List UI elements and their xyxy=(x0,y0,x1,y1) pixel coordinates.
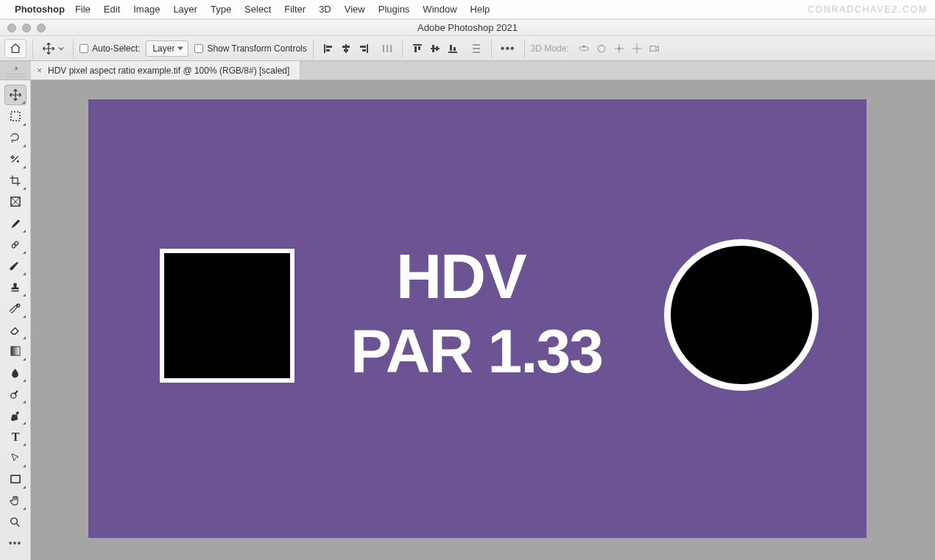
eyedropper-tool[interactable] xyxy=(4,213,27,233)
distribute-h-button[interactable] xyxy=(379,40,395,57)
magic-wand-tool[interactable] xyxy=(4,149,27,169)
align-left-button[interactable] xyxy=(320,40,336,57)
rectangle-tool[interactable] xyxy=(4,469,27,489)
svg-rect-22 xyxy=(473,48,480,49)
3d-roll-button[interactable] xyxy=(593,40,610,57)
app-window: Adobe Photoshop 2021 Auto-Select: Layer … xyxy=(0,19,935,560)
menu-help[interactable]: Help xyxy=(470,4,490,15)
align-edges-group xyxy=(320,40,373,57)
svg-rect-33 xyxy=(11,347,20,355)
minimize-window-button[interactable] xyxy=(22,24,31,32)
marquee-tool[interactable] xyxy=(4,106,27,127)
3d-slide-button[interactable] xyxy=(629,40,645,57)
align-top-button[interactable] xyxy=(409,40,426,57)
window-title: Adobe Photoshop 2021 xyxy=(0,22,935,33)
menu-plugins[interactable]: Plugins xyxy=(378,4,410,15)
separator xyxy=(491,39,492,58)
menu-view[interactable]: View xyxy=(345,4,365,15)
svg-rect-11 xyxy=(390,45,392,52)
svg-rect-8 xyxy=(362,49,366,52)
3d-mode-label: 3D Mode: xyxy=(531,43,569,54)
auto-select-checkbox[interactable]: Auto-Select: xyxy=(80,43,140,54)
menu-edit[interactable]: Edit xyxy=(104,4,120,15)
align-vcenter-button[interactable] xyxy=(427,40,443,57)
document-canvas[interactable]: HDV PAR 1.33 xyxy=(88,99,867,538)
svg-rect-21 xyxy=(473,44,480,46)
auto-select-target-value: Layer xyxy=(152,43,174,54)
svg-point-25 xyxy=(582,46,585,48)
auto-select-target-select[interactable]: Layer xyxy=(146,40,188,57)
menu-file[interactable]: File xyxy=(75,4,91,15)
align-hcenter-button[interactable] xyxy=(338,40,354,57)
menu-select[interactable]: Select xyxy=(244,4,271,15)
move-tool[interactable] xyxy=(4,85,27,105)
dodge-tool[interactable] xyxy=(4,383,27,404)
path-select-tool[interactable] xyxy=(4,447,27,468)
brush-tool[interactable] xyxy=(4,255,27,276)
more-options-button[interactable]: ••• xyxy=(498,42,518,55)
home-button[interactable] xyxy=(4,39,27,58)
type-tool[interactable]: T xyxy=(4,426,27,447)
svg-rect-29 xyxy=(11,112,20,121)
menu-window[interactable]: Window xyxy=(423,4,456,15)
zoom-window-button[interactable] xyxy=(37,24,46,32)
pen-tool[interactable] xyxy=(4,405,27,425)
edit-toolbar-button[interactable]: ••• xyxy=(4,533,27,553)
svg-rect-18 xyxy=(448,52,457,53)
svg-rect-5 xyxy=(344,49,348,52)
eraser-tool[interactable] xyxy=(4,319,27,340)
menu-filter[interactable]: Filter xyxy=(284,4,306,15)
gradient-tool[interactable] xyxy=(4,341,27,361)
svg-rect-4 xyxy=(342,46,350,48)
3d-orbit-button[interactable] xyxy=(576,40,592,57)
svg-rect-14 xyxy=(418,46,420,50)
hand-tool[interactable] xyxy=(4,490,27,511)
canvas-area[interactable]: HDV PAR 1.33 xyxy=(31,80,935,560)
tool-indicator[interactable] xyxy=(39,42,67,55)
history-brush-tool[interactable] xyxy=(4,298,27,319)
panel-toggle[interactable] xyxy=(0,61,31,79)
svg-rect-1 xyxy=(326,46,332,48)
workarea: T ••• HDV PAR 1.33 xyxy=(0,80,935,560)
distribute-v-group xyxy=(468,40,485,57)
svg-rect-3 xyxy=(345,44,347,53)
menu-image[interactable]: Image xyxy=(133,4,160,15)
zoom-tool[interactable] xyxy=(4,511,27,532)
separator xyxy=(313,39,314,58)
document-tab-title: HDV pixel aspect ratio example.tif @ 100… xyxy=(48,65,289,76)
auto-select-label: Auto-Select: xyxy=(92,43,140,54)
blur-tool[interactable] xyxy=(4,362,27,383)
crop-tool[interactable] xyxy=(4,170,27,191)
white-circle-shape xyxy=(664,239,819,391)
align-right-button[interactable] xyxy=(356,40,372,57)
separator xyxy=(73,39,74,58)
black-square-shape xyxy=(164,253,290,378)
3d-pan-button[interactable] xyxy=(611,40,627,57)
svg-rect-12 xyxy=(413,44,422,46)
svg-rect-28 xyxy=(650,46,656,51)
menu-type[interactable]: Type xyxy=(211,4,231,15)
svg-rect-10 xyxy=(387,45,388,52)
lasso-tool[interactable] xyxy=(4,127,27,148)
menu-layer[interactable]: Layer xyxy=(173,4,197,15)
expand-icon xyxy=(15,64,17,72)
distribute-v-button[interactable] xyxy=(468,40,484,57)
align-bottom-button[interactable] xyxy=(445,40,461,57)
show-transform-checkbox[interactable]: Show Transform Controls xyxy=(194,43,306,54)
menu-3d[interactable]: 3D xyxy=(319,4,331,15)
3d-camera-button[interactable] xyxy=(646,40,663,57)
close-tab-button[interactable]: × xyxy=(37,65,42,76)
close-window-button[interactable] xyxy=(7,24,16,32)
svg-point-27 xyxy=(618,47,620,49)
app-name[interactable]: Photoshop xyxy=(15,4,65,15)
document-tab[interactable]: × HDV pixel aspect ratio example.tif @ 1… xyxy=(31,61,300,79)
gripper-icon xyxy=(6,74,25,77)
options-bar: Auto-Select: Layer Show Transform Contro… xyxy=(0,36,935,61)
svg-rect-16 xyxy=(432,45,434,52)
stamp-tool[interactable] xyxy=(4,277,27,297)
spot-heal-tool[interactable] xyxy=(4,234,27,255)
frame-tool[interactable] xyxy=(4,191,27,212)
svg-rect-23 xyxy=(473,52,480,53)
separator xyxy=(524,39,525,58)
home-icon xyxy=(10,43,21,54)
